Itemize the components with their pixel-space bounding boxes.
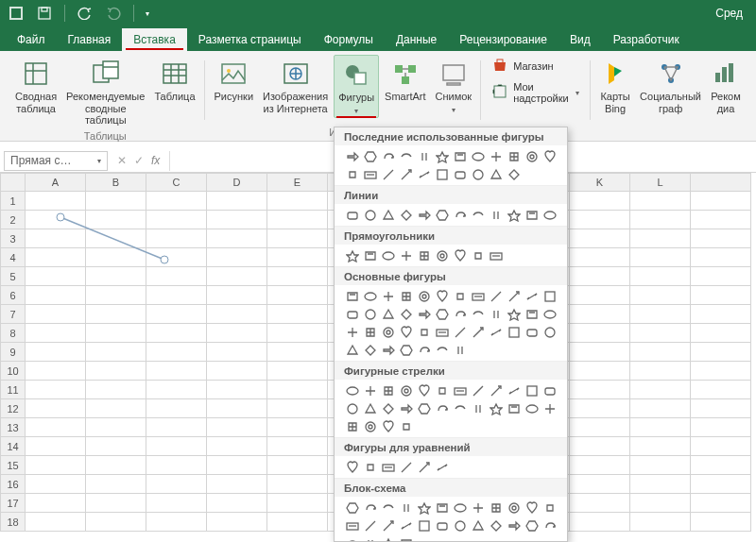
shape-option[interactable] <box>416 500 432 516</box>
cell[interactable] <box>570 211 630 229</box>
cell[interactable] <box>146 211 207 229</box>
tab-вид[interactable]: Вид <box>558 28 602 51</box>
cell[interactable] <box>146 343 207 362</box>
cell[interactable] <box>570 381 630 399</box>
shape-option[interactable] <box>362 418 378 434</box>
cell[interactable] <box>146 192 207 211</box>
cell[interactable] <box>146 362 207 381</box>
shape-option[interactable] <box>416 517 432 534</box>
row-header[interactable]: 5 <box>0 267 26 286</box>
shape-option[interactable] <box>416 459 432 475</box>
cell[interactable] <box>26 362 86 381</box>
cell[interactable] <box>26 456 86 475</box>
cell[interactable] <box>630 456 691 475</box>
column-header[interactable]: C <box>146 173 207 192</box>
cell[interactable] <box>146 229 207 248</box>
row-header[interactable]: 13 <box>0 418 26 437</box>
row-header[interactable]: 4 <box>0 248 26 267</box>
cell[interactable] <box>26 248 86 267</box>
shape-option[interactable] <box>524 306 540 322</box>
select-all-corner[interactable] <box>0 173 26 192</box>
shape-option[interactable] <box>416 166 432 182</box>
store-button[interactable]: Магазин <box>487 55 585 77</box>
shape-option[interactable] <box>541 517 558 534</box>
cell[interactable] <box>26 229 86 248</box>
cell[interactable] <box>86 475 146 494</box>
shape-option[interactable] <box>524 288 540 304</box>
cell[interactable] <box>86 248 146 267</box>
cell[interactable] <box>691 229 751 248</box>
cell[interactable] <box>207 343 267 362</box>
cell[interactable] <box>570 286 630 305</box>
shape-option[interactable] <box>506 306 522 322</box>
cell[interactable] <box>86 211 146 229</box>
cell[interactable] <box>26 286 86 305</box>
shape-option[interactable] <box>380 342 396 358</box>
cell[interactable] <box>26 494 86 513</box>
cell[interactable] <box>691 343 751 362</box>
online-pictures-button[interactable]: Изображенияиз Интернета <box>259 55 332 116</box>
cell[interactable] <box>86 494 146 513</box>
tab-рецензирование[interactable]: Рецензирование <box>448 28 558 51</box>
shape-option[interactable] <box>524 517 540 534</box>
shape-option[interactable] <box>344 382 360 398</box>
qat-customize-icon[interactable]: ▾ <box>146 9 149 18</box>
shape-option[interactable] <box>434 382 450 398</box>
tab-разработчик[interactable]: Разработчик <box>602 28 691 51</box>
shape-option[interactable] <box>541 306 558 322</box>
cell[interactable] <box>630 229 691 248</box>
row-header[interactable]: 6 <box>0 286 26 305</box>
cell[interactable] <box>26 343 86 362</box>
shape-option[interactable] <box>362 342 378 358</box>
shape-option[interactable] <box>488 517 504 534</box>
shape-option[interactable] <box>488 382 504 398</box>
cell[interactable] <box>267 418 328 437</box>
shape-option[interactable] <box>380 500 396 516</box>
cell[interactable] <box>267 475 328 494</box>
cell[interactable] <box>630 286 691 305</box>
shape-option[interactable] <box>362 382 378 398</box>
cell[interactable] <box>86 192 146 211</box>
shape-option[interactable] <box>362 535 378 542</box>
cell[interactable] <box>207 475 267 494</box>
row-header[interactable]: 2 <box>0 211 26 229</box>
shape-option[interactable] <box>470 382 486 398</box>
row-header[interactable]: 15 <box>0 456 26 475</box>
shape-option[interactable] <box>398 324 414 340</box>
cell[interactable] <box>570 229 630 248</box>
cell[interactable] <box>207 418 267 437</box>
cell[interactable] <box>570 437 630 456</box>
shape-option[interactable] <box>470 500 486 516</box>
shape-option[interactable] <box>344 500 360 516</box>
shape-option[interactable] <box>452 207 468 223</box>
cell[interactable] <box>146 456 207 475</box>
shape-option[interactable] <box>362 517 378 534</box>
cell[interactable] <box>691 286 751 305</box>
shape-option[interactable] <box>470 148 486 164</box>
shape-option[interactable] <box>380 418 396 434</box>
shape-option[interactable] <box>434 517 450 534</box>
shape-option[interactable] <box>434 288 450 304</box>
cell[interactable] <box>267 343 328 362</box>
cell[interactable] <box>86 229 146 248</box>
cell[interactable] <box>146 305 207 324</box>
cell[interactable] <box>691 248 751 267</box>
cell[interactable] <box>207 324 267 343</box>
row-header[interactable]: 1 <box>0 192 26 211</box>
cell[interactable] <box>26 305 86 324</box>
shape-option[interactable] <box>344 247 360 263</box>
cell[interactable] <box>146 324 207 343</box>
shape-option[interactable] <box>452 247 468 263</box>
shape-option[interactable] <box>470 207 486 223</box>
cell[interactable] <box>630 437 691 456</box>
cell[interactable] <box>691 324 751 343</box>
shape-option[interactable] <box>398 247 414 263</box>
shape-option[interactable] <box>380 535 396 542</box>
shape-option[interactable] <box>344 148 360 164</box>
save-icon[interactable] <box>36 5 53 22</box>
shapes-button[interactable]: Фигуры▾ <box>334 55 379 118</box>
shape-option[interactable] <box>524 400 540 416</box>
shape-option[interactable] <box>470 247 486 263</box>
cell[interactable] <box>267 381 328 399</box>
column-header[interactable]: K <box>570 173 630 192</box>
